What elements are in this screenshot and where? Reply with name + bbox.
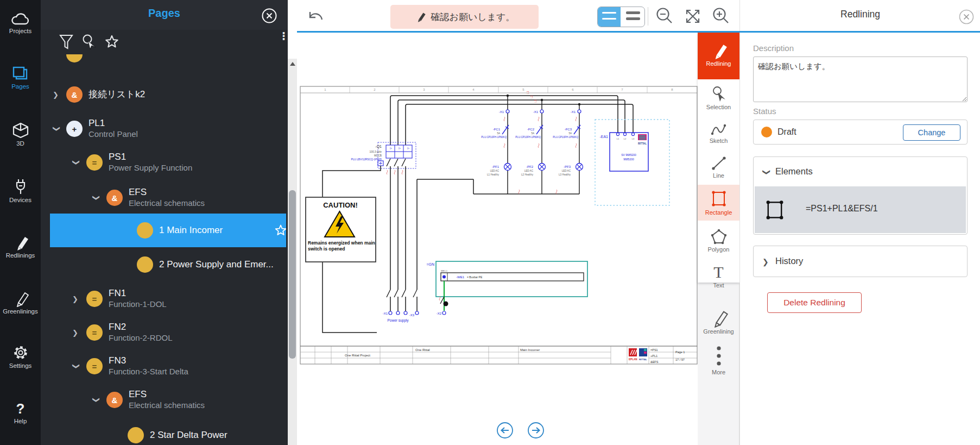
tool-redlining[interactable]: Redlining bbox=[698, 33, 739, 79]
tool-label: Text bbox=[698, 282, 739, 289]
chevron-right-icon[interactable]: ❯ bbox=[53, 91, 59, 99]
toggle-bar bbox=[602, 18, 616, 20]
elements-header[interactable]: Elements bbox=[775, 166, 813, 177]
chevron-right-icon[interactable]: ❯ bbox=[72, 329, 78, 337]
svg-text:5A: 5A bbox=[531, 132, 535, 135]
chevron-down-icon[interactable]: ❮ bbox=[761, 169, 770, 176]
filter-icon[interactable] bbox=[59, 34, 73, 51]
chevron-down-icon[interactable]: ❮ bbox=[91, 195, 99, 201]
svg-text:-X2: -X2 bbox=[437, 312, 442, 315]
tree-item-ps1[interactable]: ❮ = PS1 Power Supply Function bbox=[41, 146, 288, 179]
cloud-icon bbox=[10, 12, 31, 27]
elements-section: ❮ Elements =PS1+PL1&EFS/1 bbox=[753, 156, 968, 235]
multi-page-view-button[interactable] bbox=[622, 7, 644, 27]
tool-greenlining[interactable]: Greenlining bbox=[698, 302, 739, 340]
sidebar-item-projects[interactable]: Projects bbox=[0, 12, 41, 47]
svg-text:One Rittal: One Rittal bbox=[415, 348, 430, 352]
svg-text:&EFS: &EFS bbox=[650, 360, 659, 363]
svg-text:EPLAN: EPLAN bbox=[629, 358, 637, 361]
single-page-view-button[interactable] bbox=[598, 7, 622, 27]
scrollbar-thumb[interactable] bbox=[289, 190, 296, 359]
sidebar-item-pages[interactable]: Pages bbox=[0, 66, 41, 101]
next-page-button[interactable] bbox=[528, 423, 543, 438]
schematic-drawing[interactable]: 12 34 56 78 L1 L2 L3 bbox=[297, 33, 698, 445]
redline-note-text: 確認お願いします。 bbox=[431, 11, 515, 23]
marker-icon bbox=[12, 235, 29, 251]
tree-item-title: 2 Star Delta Power bbox=[150, 430, 227, 440]
tool-more[interactable]: More bbox=[698, 341, 739, 378]
chevron-right-icon[interactable]: ❯ bbox=[72, 295, 78, 303]
chevron-right-icon[interactable]: ❯ bbox=[762, 258, 769, 266]
svg-text:I>: I> bbox=[407, 147, 409, 150]
svg-text:-EA1: -EA1 bbox=[599, 135, 608, 139]
sidebar-item-redlinings[interactable]: Redlinings bbox=[0, 235, 41, 269]
svg-text:Power supply: Power supply bbox=[387, 318, 409, 323]
delete-redlining-button[interactable]: Delete Redlining bbox=[767, 292, 862, 313]
sidebar-item-settings[interactable]: Settings bbox=[0, 344, 41, 379]
pages-panel-close-button[interactable] bbox=[262, 8, 277, 23]
description-input[interactable]: 確認お願いします。 bbox=[753, 57, 968, 102]
tool-label: Redlining bbox=[698, 60, 739, 67]
tree-item-fn1[interactable]: ❯ = FN1 Function-1-DOL bbox=[41, 282, 288, 316]
zoom-fit-button[interactable] bbox=[684, 7, 702, 26]
selection-handle[interactable] bbox=[444, 302, 448, 306]
drawing-canvas[interactable]: 確認お願いします。 bbox=[297, 0, 698, 445]
favorites-filter-icon[interactable] bbox=[104, 34, 119, 49]
status-box: Draft Change bbox=[753, 120, 968, 145]
pages-more-menu-icon[interactable]: ⋮ bbox=[279, 33, 286, 53]
pages-panel-header: Pages bbox=[41, 0, 288, 30]
gn-label: =GN bbox=[426, 262, 434, 266]
svg-text:Remains energized when main: Remains energized when main bbox=[308, 240, 375, 246]
chevron-down-icon[interactable]: ❮ bbox=[52, 126, 60, 132]
tree-item-fn3[interactable]: ❮ = FN3 Function-3-Start Delta bbox=[41, 349, 288, 383]
status-value: Draft bbox=[777, 127, 796, 137]
tree-item-efs-2[interactable]: ❮ & EFS Electrical schematics bbox=[41, 383, 288, 417]
redline-note-badge[interactable]: 確認お願いします。 bbox=[390, 5, 539, 29]
close-icon bbox=[262, 8, 277, 23]
tree-item-title: EFS bbox=[129, 187, 147, 197]
tool-sketch[interactable]: Sketch bbox=[698, 117, 739, 149]
tree-item-power-supply-page[interactable]: 2 Power Supply and Emer... bbox=[41, 248, 288, 281]
tool-polygon[interactable]: Polygon bbox=[698, 224, 739, 258]
sidebar-item-3d[interactable]: 3D bbox=[0, 122, 41, 156]
tree-item-star-delta-page[interactable]: 2 Star Delta Power bbox=[41, 418, 288, 445]
undo-button[interactable] bbox=[306, 9, 325, 24]
tool-rectangle[interactable]: Rectangle bbox=[698, 185, 739, 221]
scroll-up-icon[interactable] bbox=[290, 62, 295, 66]
svg-text:9685200: 9685200 bbox=[623, 158, 634, 161]
svg-text:PLU.CP10FH-1P60KQ: PLU.CP10FH-1P60KQ bbox=[481, 136, 507, 139]
svg-text:WE1.1: WE1.1 bbox=[441, 269, 448, 272]
tool-line[interactable]: Line bbox=[698, 151, 739, 183]
tree-item-pl1[interactable]: ❮ + PL1 Control Panel bbox=[41, 112, 288, 146]
tree-item-main-incomer[interactable]: 1 Main Incomer bbox=[50, 214, 286, 247]
svg-text:One Rittal Project: One Rittal Project bbox=[345, 354, 370, 357]
zoom-out-button[interactable] bbox=[655, 7, 674, 26]
tree-item-connection-list[interactable]: ❯ & 接続リストk2 bbox=[41, 78, 288, 111]
prev-page-button[interactable] bbox=[497, 423, 513, 438]
chevron-down-icon[interactable]: ❮ bbox=[71, 160, 79, 166]
sidebar-item-devices[interactable]: Devices bbox=[0, 178, 41, 213]
tool-text[interactable]: T Text bbox=[698, 260, 739, 293]
history-header[interactable]: History bbox=[775, 256, 803, 266]
tool-selection[interactable]: Selection bbox=[698, 83, 739, 115]
sidebar-item-greenlinings[interactable]: Greenlinings bbox=[0, 291, 41, 325]
branch-part-numbers: PLU.CP10FH-1P60KQPLU.CP10FH-1P60KQPLU.CP… bbox=[481, 136, 578, 139]
sidebar-item-help[interactable]: ? Help bbox=[0, 400, 41, 435]
page-layout-toggle[interactable] bbox=[597, 7, 645, 27]
select-page-icon[interactable] bbox=[81, 34, 97, 51]
marker-icon bbox=[710, 42, 728, 60]
svg-text:LED AC: LED AC bbox=[490, 170, 500, 172]
svg-text:switch is opened: switch is opened bbox=[308, 246, 345, 252]
panel-close-button[interactable] bbox=[959, 9, 974, 24]
chevron-down-icon[interactable]: ❮ bbox=[71, 363, 79, 369]
favorite-star-icon[interactable] bbox=[274, 224, 287, 237]
tree-item-efs[interactable]: ❮ & EFS Electrical schematics bbox=[41, 181, 288, 215]
chevron-down-icon[interactable]: ❮ bbox=[91, 397, 99, 403]
tree-item-fn2[interactable]: ❯ = FN2 Function-2-RDOL bbox=[41, 316, 288, 349]
element-row[interactable]: =PS1+PL1&EFS/1 bbox=[755, 186, 966, 233]
rectangle-icon bbox=[710, 189, 728, 209]
zoom-in-button[interactable] bbox=[712, 7, 730, 26]
toggle-bar bbox=[626, 17, 640, 20]
change-status-button[interactable]: Change bbox=[903, 124, 960, 141]
tree-scrollbar[interactable] bbox=[288, 59, 297, 445]
